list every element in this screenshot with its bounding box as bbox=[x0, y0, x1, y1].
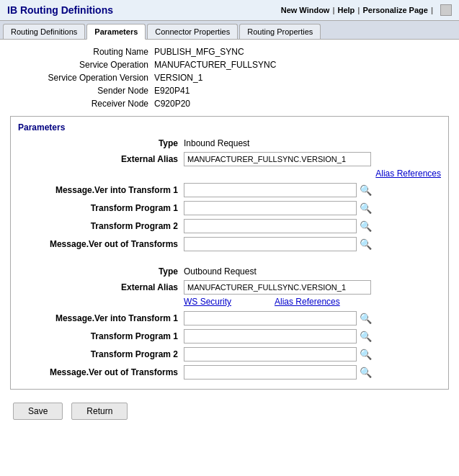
personalize-link[interactable]: Personalize Page bbox=[362, 6, 428, 14]
outbound-type-label: Type bbox=[18, 266, 184, 277]
routing-name-row: Routing Name PUBLISH_MFG_SYNC bbox=[10, 47, 449, 57]
service-op-ver-row: Service Operation Version VERSION_1 bbox=[10, 73, 449, 83]
service-op-ver-label: Service Operation Version bbox=[10, 73, 154, 83]
routing-name-value: PUBLISH_MFG_SYNC bbox=[154, 47, 244, 57]
inbound-field-1: Transform Program 1 🔍 bbox=[18, 201, 441, 215]
inbound-alias-ref-link[interactable]: Alias References bbox=[375, 169, 441, 179]
service-op-ver-value: VERSION_1 bbox=[154, 73, 202, 83]
inbound-search-2[interactable]: 🔍 bbox=[360, 220, 372, 232]
outbound-type-row: Type Outbound Request bbox=[18, 266, 441, 277]
outbound-field-3: Message.Ver out of Transforms 🔍 bbox=[18, 365, 441, 380]
sep3: | bbox=[431, 6, 433, 14]
outbound-input-2[interactable] bbox=[184, 347, 357, 362]
tabs-bar: Routing Definitions Parameters Connector… bbox=[0, 21, 459, 40]
tab-parameters[interactable]: Parameters bbox=[86, 24, 146, 40]
inbound-input-3[interactable] bbox=[184, 237, 357, 251]
inbound-type-value: Inbound Request bbox=[184, 138, 249, 148]
inbound-input-0[interactable] bbox=[184, 183, 357, 197]
inbound-alias-row: External Alias bbox=[18, 152, 441, 166]
receiver-node-label: Receiver Node bbox=[10, 99, 154, 109]
page-header: IB Routing Definitions New Window | Help… bbox=[0, 0, 459, 21]
inbound-search-0[interactable]: 🔍 bbox=[360, 184, 372, 196]
receiver-node-row: Receiver Node C920P20 bbox=[10, 99, 449, 109]
ws-security-link[interactable]: WS Security bbox=[184, 297, 231, 307]
inbound-field-label-3: Message.Ver out of Transforms bbox=[18, 239, 184, 249]
outbound-search-0[interactable]: 🔍 bbox=[360, 313, 372, 324]
inbound-type-label: Type bbox=[18, 138, 184, 148]
outbound-field-2: Transform Program 2 🔍 bbox=[18, 347, 441, 362]
outbound-field-label-0: Message.Ver into Transform 1 bbox=[18, 313, 184, 323]
outbound-alias-row: External Alias bbox=[18, 280, 441, 295]
params-title: Parameters bbox=[18, 122, 441, 133]
outbound-field-label-1: Transform Program 1 bbox=[18, 331, 184, 341]
inbound-field-2: Transform Program 2 🔍 bbox=[18, 219, 441, 233]
outbound-input-1[interactable] bbox=[184, 329, 357, 343]
outbound-alias-ref-link[interactable]: Alias References bbox=[275, 297, 340, 307]
service-op-value: MANUFACTURER_FULLSYNC bbox=[154, 60, 276, 70]
outbound-field-1: Transform Program 1 🔍 bbox=[18, 329, 441, 343]
sender-node-value: E920P41 bbox=[154, 86, 190, 96]
routing-name-label: Routing Name bbox=[10, 47, 154, 57]
new-window-link[interactable]: New Window bbox=[281, 6, 330, 14]
outbound-field-0: Message.Ver into Transform 1 🔍 bbox=[18, 311, 441, 325]
outbound-alias-input[interactable] bbox=[184, 280, 371, 295]
save-button[interactable]: Save bbox=[13, 403, 63, 420]
inbound-search-1[interactable]: 🔍 bbox=[360, 202, 372, 214]
bottom-buttons: Save Return bbox=[10, 397, 449, 426]
tab-connector-properties[interactable]: Connector Properties bbox=[147, 24, 238, 39]
help-link[interactable]: Help bbox=[338, 6, 355, 14]
inbound-field-0: Message.Ver into Transform 1 🔍 bbox=[18, 183, 441, 197]
grid-icon[interactable] bbox=[440, 4, 452, 16]
inbound-field-3: Message.Ver out of Transforms 🔍 bbox=[18, 237, 441, 251]
outbound-field-label-2: Transform Program 2 bbox=[18, 349, 184, 359]
inbound-input-1[interactable] bbox=[184, 201, 357, 215]
parameters-section: Parameters Type Inbound Request External… bbox=[10, 116, 449, 390]
outbound-alias-label: External Alias bbox=[18, 282, 184, 292]
receiver-node-value: C920P20 bbox=[154, 99, 190, 109]
sep1: | bbox=[332, 6, 334, 14]
return-button[interactable]: Return bbox=[71, 403, 128, 420]
outbound-search-2[interactable]: 🔍 bbox=[360, 349, 372, 360]
outbound-type-value: Outbound Request bbox=[184, 266, 257, 277]
outbound-search-1[interactable]: 🔍 bbox=[360, 331, 372, 342]
tab-routing-definitions[interactable]: Routing Definitions bbox=[3, 24, 85, 39]
sender-node-row: Sender Node E920P41 bbox=[10, 86, 449, 96]
outbound-input-3[interactable] bbox=[184, 365, 357, 380]
outbound-search-3[interactable]: 🔍 bbox=[360, 367, 372, 378]
inbound-field-label-1: Transform Program 1 bbox=[18, 203, 184, 213]
outbound-field-label-3: Message.Ver out of Transforms bbox=[18, 367, 184, 377]
sep2: | bbox=[357, 6, 360, 14]
inbound-field-label-2: Transform Program 2 bbox=[18, 221, 184, 231]
inbound-search-3[interactable]: 🔍 bbox=[360, 238, 372, 250]
inbound-input-2[interactable] bbox=[184, 219, 357, 233]
top-links-bar: New Window | Help | Personalize Page | bbox=[281, 4, 452, 16]
ws-alias-row: WS Security Alias References bbox=[18, 297, 441, 307]
inbound-field-label-0: Message.Ver into Transform 1 bbox=[18, 185, 184, 195]
tab-routing-properties[interactable]: Routing Properties bbox=[239, 24, 321, 39]
main-content: Routing Name PUBLISH_MFG_SYNC Service Op… bbox=[0, 40, 459, 433]
sender-node-label: Sender Node bbox=[10, 86, 154, 96]
inbound-type-row: Type Inbound Request bbox=[18, 138, 441, 148]
outbound-input-0[interactable] bbox=[184, 311, 357, 325]
inbound-alias-label: External Alias bbox=[18, 154, 184, 164]
inbound-alias-ref-row: Alias References bbox=[184, 169, 441, 179]
inbound-alias-input[interactable] bbox=[184, 152, 371, 166]
page-title: IB Routing Definitions bbox=[7, 4, 113, 16]
service-op-label: Service Operation bbox=[10, 60, 154, 70]
service-op-row: Service Operation MANUFACTURER_FULLSYNC bbox=[10, 60, 449, 70]
